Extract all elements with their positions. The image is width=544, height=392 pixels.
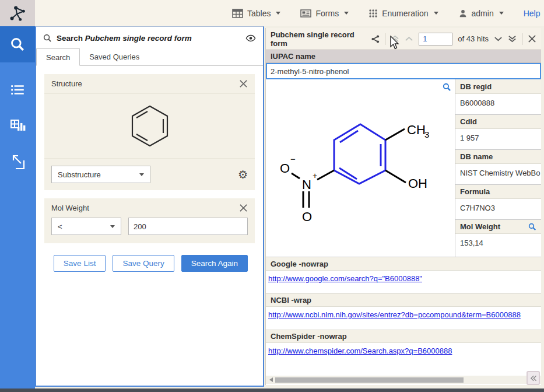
molweight-section: Mol Weight < <box>44 198 255 243</box>
field-value[interactable]: C7H7NO3 <box>455 199 541 216</box>
record-main-row: CH 3 OH O − N + O DB regid B6000888 <box>266 79 541 257</box>
navbar-menus: Tables Forms <box>232 0 542 26</box>
iupac-field-input[interactable] <box>266 63 541 79</box>
field-label-text: Formula <box>460 187 490 196</box>
structure-viewer[interactable]: CH 3 OH O − N + O <box>266 79 455 257</box>
molweight-value-input[interactable] <box>128 218 248 235</box>
app-logo[interactable] <box>0 0 35 26</box>
user-icon <box>458 9 468 18</box>
field-value[interactable]: B6000888 <box>455 94 541 111</box>
list-icon <box>9 82 26 98</box>
first-record-icon[interactable] <box>391 35 399 43</box>
horizontal-scrollbar[interactable] <box>266 376 542 384</box>
search-title-form-name: Pubchem single record form <box>85 34 192 43</box>
divider <box>522 33 522 45</box>
google-link-block: Google -nowrap http://www.google.com/sea… <box>266 257 541 286</box>
sidebar-item-list[interactable] <box>0 72 35 108</box>
record-pager: of 43 hits <box>371 33 536 46</box>
search-mode-select[interactable]: Substructure <box>51 166 150 183</box>
zoom-structure-icon[interactable] <box>443 83 451 93</box>
iupac-field-label[interactable]: IUPAC name <box>266 50 541 63</box>
link-row: http://www.google.com/search?q="B6000888… <box>266 271 541 286</box>
nitro-minus-charge: − <box>290 154 296 164</box>
nitro-plus-charge: + <box>313 171 317 180</box>
close-icon[interactable] <box>528 34 536 43</box>
expand-icon <box>9 154 26 170</box>
enumeration-icon <box>368 9 378 18</box>
structure-canvas[interactable] <box>44 93 255 159</box>
chevron-down-icon <box>344 12 349 15</box>
field-label: CdId <box>455 114 541 129</box>
search-icon <box>9 36 26 52</box>
field-value[interactable]: 1 957 <box>455 129 541 146</box>
molweight-section-title: Mol Weight <box>51 204 89 212</box>
field-formula: Formula C7H7NO3 <box>455 184 541 219</box>
methyl-label: CH <box>407 123 426 137</box>
menu-enumeration[interactable]: Enumeration <box>368 9 438 18</box>
divider <box>385 33 385 45</box>
hits-count-label: of 43 hits <box>458 34 489 43</box>
field-label: Formula <box>455 184 541 199</box>
chevron-down-icon <box>434 12 438 15</box>
field-db-name: DB name NIST Chemistry WebBo <box>455 149 541 184</box>
record-fields-column: DB regid B6000888 CdId 1 957 DB name NIS… <box>455 79 541 257</box>
field-cdid: CdId 1 957 <box>455 114 541 149</box>
google-link[interactable]: http://www.google.com/search?q="B6000888… <box>268 274 422 283</box>
gear-icon[interactable]: ⚙ <box>238 169 248 180</box>
menu-tables[interactable]: Tables <box>232 9 280 18</box>
methyl-subscript: 3 <box>424 130 429 139</box>
field-label-text: DB name <box>460 152 493 161</box>
external-links-area: Google -nowrap http://www.google.com/sea… <box>266 257 541 358</box>
close-icon[interactable] <box>239 204 248 212</box>
field-value[interactable]: 153,14 <box>455 234 541 251</box>
molecule-drawing: CH 3 OH O − N + O <box>266 79 455 257</box>
field-value[interactable]: NIST Chemistry WebBo <box>455 164 541 181</box>
link-row: http://www.ncbi.nlm.nih.gov/sites/entrez… <box>266 307 541 322</box>
search-title-prefix: Search <box>57 34 83 43</box>
field-mol-weight: Mol Weight 153,14 <box>455 219 541 254</box>
scroll-left-icon[interactable] <box>268 376 274 383</box>
field-label: Mol Weight <box>455 219 541 234</box>
link-label: Google -nowrap <box>266 257 541 271</box>
search-field-icon[interactable] <box>528 223 536 231</box>
menu-admin[interactable]: admin <box>458 9 504 18</box>
record-number-input[interactable] <box>419 33 452 46</box>
search-again-button[interactable]: Search Again <box>181 255 248 272</box>
search-tabs: Search Saved Queries <box>36 48 263 66</box>
chemspider-link-block: ChemSpider -nowrap http://www.chemspider… <box>266 330 541 358</box>
field-label: DB regid <box>455 79 541 94</box>
tab-saved-queries[interactable]: Saved Queries <box>80 48 149 65</box>
last-record-icon[interactable] <box>508 35 517 43</box>
sidebar-item-expand[interactable] <box>0 144 35 180</box>
search-panel-header: Search Pubchem single record form <box>36 27 263 47</box>
window-edge-strip <box>541 28 544 385</box>
field-label-text: Mol Weight <box>460 222 500 231</box>
table-chart-icon <box>9 118 26 134</box>
save-query-button[interactable]: Save Query <box>113 255 174 272</box>
scrollbar-thumb[interactable] <box>275 377 464 383</box>
field-label-text: DB regid <box>460 82 492 91</box>
window-bottom-bar <box>0 388 544 392</box>
next-record-icon[interactable] <box>494 36 503 41</box>
chemspider-link[interactable]: http://www.chemspider.com/Search.aspx?q=… <box>268 346 452 355</box>
structure-section-header: Structure <box>44 74 255 93</box>
share-icon[interactable] <box>371 34 380 44</box>
sidebar-item-search[interactable] <box>0 26 35 62</box>
previous-record-icon[interactable] <box>405 36 413 41</box>
sidebar-item-table-chart[interactable] <box>0 108 35 144</box>
molweight-operator-select[interactable]: < <box>51 218 121 235</box>
molweight-operator-value: < <box>58 222 62 231</box>
collapse-panel-button[interactable] <box>527 371 540 385</box>
top-navbar: Tables Forms <box>0 0 544 26</box>
close-icon[interactable] <box>239 79 248 88</box>
menu-forms-label: Forms <box>315 9 339 18</box>
save-list-button[interactable]: Save List <box>54 255 106 272</box>
ncbi-link[interactable]: http://www.ncbi.nlm.nih.gov/sites/entrez… <box>268 310 521 319</box>
eye-icon[interactable] <box>245 34 256 42</box>
tab-search[interactable]: Search <box>36 48 80 66</box>
menu-forms[interactable]: Forms <box>300 9 349 18</box>
nitro-n-label: N <box>302 177 311 192</box>
search-panel: Search Pubchem single record form Search… <box>35 26 264 387</box>
menu-enumeration-label: Enumeration <box>382 9 428 18</box>
help-link[interactable]: Help <box>524 9 541 18</box>
